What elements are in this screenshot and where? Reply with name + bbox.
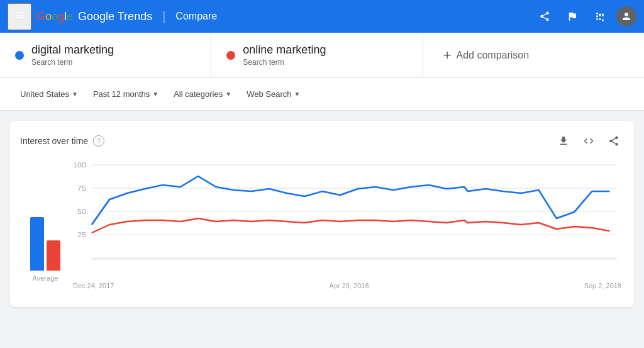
category-arrow: ▼ [225, 91, 231, 98]
search-type-label: Web Search [247, 89, 291, 99]
add-comparison-label: Add comparison [457, 50, 530, 61]
apps-button[interactable] [589, 5, 611, 28]
time-label: Past 12 months [93, 89, 150, 99]
card-actions [553, 131, 624, 151]
plus-icon: + [443, 47, 452, 64]
header-icons [533, 5, 636, 28]
share-button[interactable] [533, 5, 556, 28]
interest-over-time-card: Interest over time ? [10, 121, 634, 307]
term-type-1: Search term [31, 58, 114, 67]
page-title: Compare [175, 11, 217, 22]
term-name-1: digital marketing [31, 43, 114, 57]
share-chart-button[interactable] [604, 131, 624, 151]
svg-text:50: 50 [77, 208, 86, 215]
x-label-3: Sep 2, 2018 [584, 282, 621, 289]
term-info-1: digital marketing Search term [31, 43, 114, 67]
region-label: United States [20, 89, 69, 99]
avatar-button[interactable] [616, 6, 636, 26]
chart-sidebar: Average [20, 159, 70, 297]
svg-text:100: 100 [73, 161, 86, 169]
bar-red [47, 240, 60, 271]
x-axis-labels: Dec 24, 2017 Apr 29, 2018 Sep 2, 2018 [70, 282, 624, 289]
x-label-2: Apr 29, 2018 [330, 282, 369, 289]
logo-google: Google [36, 10, 73, 23]
card-header: Interest over time ? [20, 131, 624, 151]
category-label: All categories [174, 89, 223, 99]
term-type-2: Search term [243, 58, 326, 67]
bar-container [30, 195, 60, 271]
term-dot-1 [15, 51, 24, 60]
app-header: Google Google Trends | Compare [0, 0, 644, 33]
card-title: Interest over time [20, 136, 88, 146]
bar-blue [30, 217, 44, 271]
term-dot-2 [226, 51, 235, 60]
svg-text:75: 75 [77, 184, 86, 192]
time-filter[interactable]: Past 12 months ▼ [88, 86, 164, 103]
google-trends-logo: Google Google Trends [36, 10, 152, 23]
download-button[interactable] [553, 131, 574, 151]
logo-trends: Google Trends [78, 10, 152, 23]
header-divider: | [162, 9, 165, 24]
add-comparison-button[interactable]: + Add comparison [423, 33, 644, 77]
menu-button[interactable] [8, 3, 31, 30]
chart-container: Average 100 75 50 25 [20, 159, 624, 297]
search-terms-bar: digital marketing Search term online mar… [0, 33, 644, 78]
time-arrow: ▼ [152, 91, 158, 98]
main-content: Interest over time ? [0, 111, 644, 348]
svg-text:25: 25 [77, 231, 86, 239]
search-type-filter[interactable]: Web Search ▼ [242, 86, 305, 103]
search-term-1[interactable]: digital marketing Search term [0, 33, 211, 77]
help-icon[interactable]: ? [93, 135, 104, 147]
average-label: Average [33, 274, 58, 282]
term-name-2: online marketing [243, 43, 326, 57]
line-chart: 100 75 50 25 [70, 159, 624, 278]
flag-button[interactable] [561, 5, 584, 28]
term-info-2: online marketing Search term [243, 43, 326, 67]
embed-button[interactable] [579, 131, 599, 151]
category-filter[interactable]: All categories ▼ [169, 86, 236, 103]
search-type-arrow: ▼ [294, 91, 300, 98]
x-label-1: Dec 24, 2017 [73, 282, 114, 289]
region-filter[interactable]: United States ▼ [15, 86, 83, 103]
chart-main: 100 75 50 25 Dec 24, 2017 Apr 29, 2018 S… [70, 159, 624, 297]
region-arrow: ▼ [72, 91, 78, 98]
search-term-2[interactable]: online marketing Search term [211, 33, 423, 77]
card-title-row: Interest over time ? [20, 135, 104, 147]
filters-bar: United States ▼ Past 12 months ▼ All cat… [0, 78, 644, 111]
